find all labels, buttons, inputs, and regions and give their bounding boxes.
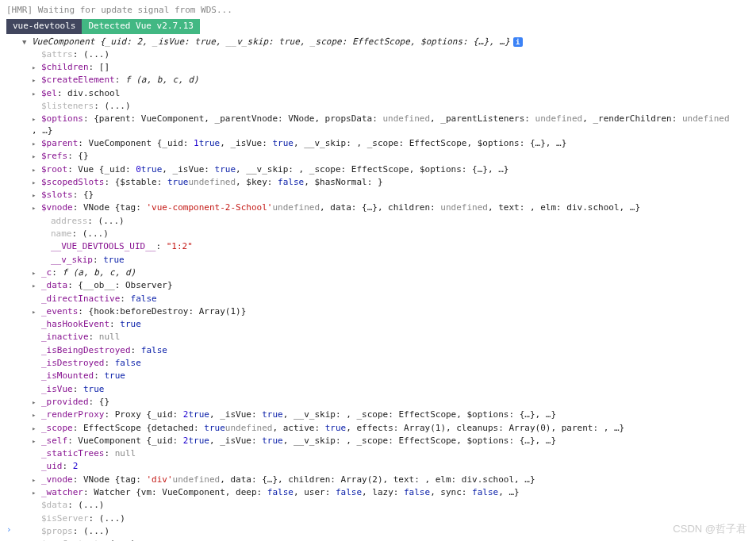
expand-toggle-icon[interactable] [32, 76, 40, 86]
property-key: $root [41, 164, 67, 175]
root-object[interactable]: VueComponent {_uid: 2, _isVue: true, __v… [22, 36, 750, 48]
property-row[interactable]: $listeners: (...) [22, 100, 750, 113]
property-row[interactable]: $children: [] [22, 61, 750, 74]
property-row[interactable]: $root: Vue {_uid: 0true, _isVue: true, _… [22, 163, 750, 176]
property-row[interactable]: $parent: VueComponent {_uid: 1true, _isV… [22, 137, 750, 150]
property-key: $refs [41, 151, 67, 162]
expand-toggle-icon[interactable] [32, 204, 40, 213]
property-row[interactable]: _staticTrees: null [22, 447, 750, 460]
info-icon[interactable]: i [513, 37, 523, 47]
property-row[interactable]: name: (...) [22, 228, 750, 240]
expand-toggle-icon[interactable] [32, 398, 40, 408]
property-row[interactable]: _inactive: null [22, 331, 750, 343]
expand-toggle-icon[interactable] [32, 115, 40, 125]
property-key: _self [41, 435, 67, 447]
property-key: _isDestroyed [41, 358, 104, 369]
property-row[interactable]: _provided: {} [22, 396, 750, 409]
property-key: _watcher [41, 487, 83, 498]
expand-toggle-icon[interactable] [32, 269, 40, 278]
expand-toggle-icon[interactable] [32, 424, 40, 434]
property-key: _provided [41, 397, 89, 408]
property-key: __v_skip [51, 255, 93, 266]
property-row[interactable]: $ssrContext: (...) [22, 538, 750, 541]
property-row[interactable]: _hasHookEvent: true [22, 318, 750, 331]
hmr-message: [HMR] Waiting for update signal from WDS… [6, 3, 750, 17]
property-row[interactable]: _isMounted: true [22, 370, 750, 382]
expand-toggle-icon[interactable] [32, 282, 40, 291]
property-row[interactable]: _data: {__ob__: Observer} [22, 279, 750, 292]
console-output: [HMR] Waiting for update signal from WDS… [0, 0, 756, 541]
property-row[interactable]: _scope: EffectScope {detached: trueundef… [22, 422, 750, 435]
expand-toggle-icon[interactable] [32, 166, 40, 175]
property-row[interactable]: $vnode: VNode {tag: 'vue-component-2-Sch… [22, 201, 750, 214]
property-key: $createElement [41, 75, 115, 86]
property-key: $slots [41, 190, 73, 201]
watermark: CSDN @哲子君 [673, 522, 746, 536]
property-key: _scope [41, 423, 73, 434]
devtools-badge-row: vue-devtools Detected Vue v2.7.13 [6, 19, 750, 33]
vue-devtools-badge: vue-devtools [6, 19, 82, 33]
property-key: _events [41, 306, 78, 317]
property-row[interactable]: $attrs: (...) [22, 48, 750, 61]
property-key: _vnode [41, 474, 73, 485]
property-row[interactable]: _self: VueComponent {_uid: 2true, _isVue… [22, 435, 750, 447]
expand-toggle-icon[interactable] [32, 140, 40, 149]
property-row[interactable]: _vnode: VNode {tag: 'div'undefined, data… [22, 474, 750, 486]
property-key: $data [41, 500, 67, 511]
property-key: address [51, 216, 87, 227]
property-row[interactable]: $refs: {} [22, 150, 750, 163]
property-key: _inactive [41, 332, 89, 343]
property-key: $children [41, 62, 89, 73]
expand-toggle-icon[interactable] [32, 411, 40, 420]
property-key: _uid [41, 461, 63, 472]
expand-toggle-icon[interactable] [32, 63, 40, 73]
property-key: name [51, 228, 72, 240]
expand-toggle-icon[interactable] [32, 90, 40, 99]
property-row[interactable]: $createElement: f (a, b, c, d) [22, 74, 750, 86]
expand-toggle-icon[interactable] [22, 38, 30, 48]
property-row[interactable]: _isDestroyed: false [22, 357, 750, 370]
property-row[interactable]: _c: f (a, b, c, d) [22, 267, 750, 279]
property-key: _data [41, 280, 67, 291]
property-key: _c [41, 267, 52, 278]
property-row[interactable]: _directInactive: false [22, 293, 750, 305]
expand-toggle-icon[interactable] [32, 152, 40, 162]
property-key: $parent [41, 138, 78, 149]
property-row[interactable]: $options: {parent: VueComponent, _parent… [22, 113, 750, 137]
property-row[interactable]: $data: (...) [22, 499, 750, 512]
property-key: _staticTrees [41, 448, 104, 459]
property-row[interactable]: _isBeingDestroyed: false [22, 344, 750, 357]
vue-version-badge: Detected Vue v2.7.13 [82, 19, 199, 33]
property-key: _hasHookEvent [41, 319, 109, 330]
property-row[interactable]: address: (...) [22, 215, 750, 228]
expand-toggle-icon[interactable] [32, 191, 40, 201]
property-row[interactable]: _renderProxy: Proxy {_uid: 2true, _isVue… [22, 409, 750, 421]
property-key: $isServer [41, 513, 89, 524]
expand-toggle-icon[interactable] [32, 308, 40, 317]
property-key: __VUE_DEVTOOLS_UID__ [51, 241, 155, 252]
property-key: _isBeingDestroyed [41, 345, 131, 356]
expand-toggle-icon[interactable] [32, 178, 40, 188]
property-key: _isVue [41, 384, 73, 395]
property-key: $el [41, 88, 57, 99]
property-row[interactable]: __v_skip: true [22, 254, 750, 267]
property-key: $scopedSlots [41, 177, 104, 188]
expand-toggle-icon[interactable] [32, 437, 40, 447]
console-prompt[interactable]: › [6, 524, 12, 535]
property-row[interactable]: _events: {hook:beforeDestroy: Array(1)} [22, 305, 750, 318]
property-row[interactable]: _uid: 2 [22, 460, 750, 473]
property-key: $vnode [41, 202, 73, 213]
property-row[interactable]: __VUE_DEVTOOLS_UID__: "1:2" [22, 240, 750, 253]
property-row[interactable]: $props: (...) [22, 525, 750, 538]
expand-toggle-icon[interactable] [32, 476, 40, 485]
property-key: _directInactive [41, 294, 120, 305]
property-row[interactable]: $scopedSlots: {$stable: trueundefined, $… [22, 176, 750, 189]
property-row[interactable]: _watcher: Watcher {vm: VueComponent, dee… [22, 486, 750, 499]
property-row[interactable]: $slots: {} [22, 189, 750, 201]
property-key: $props [41, 526, 73, 537]
property-row[interactable]: $el: div.school [22, 87, 750, 100]
property-row[interactable]: _isVue: true [22, 383, 750, 396]
property-row[interactable]: $isServer: (...) [22, 512, 750, 525]
expand-toggle-icon[interactable] [32, 489, 40, 498]
property-key: $listeners [41, 101, 94, 112]
